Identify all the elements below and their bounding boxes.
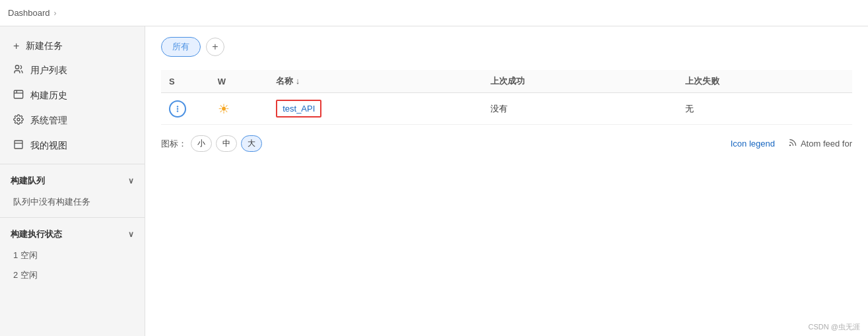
build-queue-chevron-icon: ∨ xyxy=(128,176,134,185)
gear-icon xyxy=(13,114,24,127)
job-table: S W 名称 ↓ 上次成功 上次失败 ☀ xyxy=(161,70,852,125)
sidebar-item-label: 用户列表 xyxy=(30,65,67,77)
view-icon xyxy=(13,139,24,152)
size-medium-button[interactable]: 中 xyxy=(216,135,237,152)
add-tab-button[interactable]: + xyxy=(206,38,224,56)
users-icon xyxy=(13,64,24,77)
tabs-row: 所有 + xyxy=(161,37,852,57)
icon-legend-link[interactable]: Icon legend xyxy=(731,139,775,149)
col-header-name: 名称 ↓ xyxy=(268,70,482,93)
col-header-last-success: 上次成功 xyxy=(483,70,677,93)
history-icon xyxy=(13,89,24,102)
build-queue-empty: 队列中没有构建任务 xyxy=(0,192,145,212)
sidebar: + 新建任务 用户列表 构建历史 系统管理 我的视图 xyxy=(0,26,145,336)
sidebar-item-new-task[interactable]: + 新建任务 xyxy=(0,34,145,58)
weather-icon: ☀ xyxy=(218,102,230,116)
executor-item-2: 2 空闲 xyxy=(0,265,145,285)
breadcrumb-home[interactable]: Dashboard xyxy=(8,8,50,18)
job-name-cell[interactable]: test_API xyxy=(268,93,482,125)
col-header-s: S xyxy=(161,70,210,93)
svg-point-10 xyxy=(789,145,790,146)
content-area: 所有 + S W 名称 ↓ 上次成功 上次失败 xyxy=(145,26,868,336)
sidebar-item-system-admin[interactable]: 系统管理 xyxy=(0,108,145,133)
executor-item-1: 1 空闲 xyxy=(0,246,145,265)
svg-point-9 xyxy=(177,110,178,111)
sidebar-item-user-list[interactable]: 用户列表 xyxy=(0,58,145,83)
size-large-button[interactable]: 大 xyxy=(241,135,262,152)
weather-cell: ☀ xyxy=(210,93,268,125)
sidebar-item-label: 构建历史 xyxy=(30,90,67,102)
sidebar-item-my-view[interactable]: 我的视图 xyxy=(0,133,145,158)
sidebar-item-label: 系统管理 xyxy=(30,115,67,127)
build-executor-chevron-icon: ∨ xyxy=(128,230,134,239)
top-bar: Dashboard › xyxy=(0,0,868,26)
status-cell xyxy=(161,93,210,125)
build-queue-section: 构建队列 ∨ 队列中没有构建任务 xyxy=(0,164,145,212)
tab-all[interactable]: 所有 xyxy=(161,37,201,57)
sidebar-item-build-history[interactable]: 构建历史 xyxy=(0,83,145,108)
sidebar-item-label: 新建任务 xyxy=(26,40,63,52)
build-executor-header[interactable]: 构建执行状态 ∨ xyxy=(0,223,145,246)
watermark: CSDN @虫无涯 xyxy=(809,322,860,332)
col-header-last-fail: 上次失败 xyxy=(677,70,852,93)
svg-rect-1 xyxy=(14,90,22,98)
main-layout: + 新建任务 用户列表 构建历史 系统管理 我的视图 xyxy=(0,26,868,336)
breadcrumb: Dashboard › xyxy=(8,8,57,18)
build-executor-title: 构建执行状态 xyxy=(11,228,62,240)
job-name-link[interactable]: test_API xyxy=(276,100,321,118)
svg-point-8 xyxy=(177,106,178,106)
build-queue-title: 构建队列 xyxy=(11,175,45,187)
last-success-cell: 没有 xyxy=(483,93,677,125)
table-header-row: S W 名称 ↓ 上次成功 上次失败 xyxy=(161,70,852,93)
sidebar-item-label: 我的视图 xyxy=(30,140,67,152)
status-icon xyxy=(169,100,186,118)
build-queue-header[interactable]: 构建队列 ∨ xyxy=(0,170,145,192)
footer-row: 图标： 小 中 大 Icon legend Atom feed for xyxy=(161,135,852,152)
plus-icon: + xyxy=(13,40,19,52)
col-header-w: W xyxy=(210,70,268,93)
breadcrumb-chevron-icon: › xyxy=(54,9,57,18)
table-row: ☀ test_API 没有 无 xyxy=(161,93,852,125)
svg-rect-5 xyxy=(15,141,22,149)
footer-right: Icon legend Atom feed for xyxy=(731,138,852,149)
atom-feed-link[interactable]: Atom feed for xyxy=(788,138,852,149)
svg-point-4 xyxy=(17,118,20,121)
svg-point-0 xyxy=(15,65,18,69)
size-small-button[interactable]: 小 xyxy=(191,135,212,152)
build-executor-section: 构建执行状态 ∨ 1 空闲 2 空闲 xyxy=(0,217,145,285)
svg-point-7 xyxy=(177,108,178,109)
icon-size-controls: 图标： 小 中 大 xyxy=(161,135,262,152)
last-fail-cell: 无 xyxy=(677,93,852,125)
atom-feed-label: Atom feed for xyxy=(801,139,852,149)
atom-feed-icon xyxy=(788,138,797,149)
icon-label: 图标： xyxy=(161,138,187,150)
